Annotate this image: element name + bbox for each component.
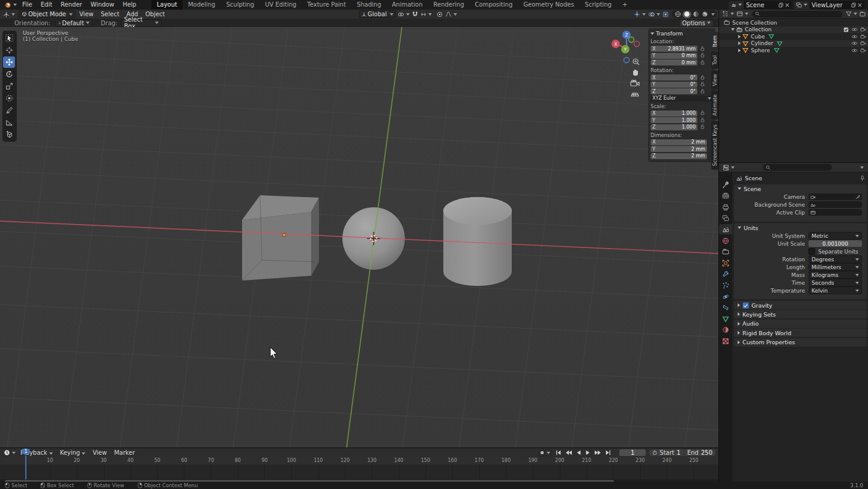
- length-dropdown[interactable]: Millimeters: [809, 263, 862, 271]
- scene-panel-header[interactable]: Scene: [734, 184, 867, 193]
- workspace-tab-scripting[interactable]: Scripting: [580, 0, 617, 10]
- workspace-tab-animation[interactable]: Animation: [387, 0, 428, 10]
- hide-in-viewport-icon[interactable]: [851, 48, 858, 53]
- transform-value-field[interactable]: Y1.000: [651, 117, 697, 123]
- viewport-ortho-toggle-icon[interactable]: [631, 93, 639, 96]
- disclosure-open-icon[interactable]: [731, 28, 735, 31]
- active-clip-field[interactable]: [809, 209, 862, 216]
- show-gizmo-button[interactable]: [633, 11, 647, 18]
- eyedropper-icon[interactable]: [855, 195, 860, 199]
- transform-value-field[interactable]: Z2 mm: [651, 153, 707, 159]
- viewport-menu-select[interactable]: Select: [97, 11, 123, 17]
- data-properties-tab[interactable]: [719, 314, 732, 324]
- scene-properties-tab[interactable]: [719, 224, 732, 234]
- disclosure-closed-icon[interactable]: [738, 49, 741, 52]
- texture-properties-tab[interactable]: [719, 336, 732, 346]
- outliner-search-field[interactable]: [752, 11, 842, 17]
- tool-add-cube-button[interactable]: [3, 129, 15, 140]
- menu-render[interactable]: Render: [56, 0, 86, 10]
- outliner-editor-type-button[interactable]: [721, 10, 735, 17]
- current-frame-field[interactable]: 1: [619, 449, 646, 456]
- unlink-scene-icon[interactable]: [785, 3, 789, 7]
- rigid-body-world-panel[interactable]: Rigid Body World: [734, 329, 867, 337]
- play-reverse-button[interactable]: [576, 450, 581, 455]
- properties-editor-type-button[interactable]: [721, 164, 736, 171]
- disable-in-renders-icon[interactable]: [860, 41, 866, 46]
- sidebar-tab-view[interactable]: View: [711, 70, 718, 90]
- lock-open-icon[interactable]: [700, 46, 705, 51]
- transform-value-field[interactable]: Z1.000: [651, 124, 697, 130]
- viewport-menu-view[interactable]: View: [76, 11, 97, 17]
- unit-system-dropdown[interactable]: Metric: [809, 232, 862, 240]
- disclosure-closed-icon[interactable]: [738, 35, 741, 38]
- blender-logo-icon[interactable]: [2, 1, 18, 8]
- material-properties-tab[interactable]: [719, 325, 732, 335]
- snap-toggle-button[interactable]: [411, 11, 419, 18]
- transform-value-field[interactable]: X2 mm: [651, 139, 707, 145]
- workspace-tab-uv-editing[interactable]: UV Editing: [259, 0, 302, 10]
- shading-wireframe-button[interactable]: [673, 11, 682, 18]
- timeline-menu-marker[interactable]: Marker: [111, 449, 139, 456]
- world-properties-tab[interactable]: [719, 235, 732, 246]
- pin-icon[interactable]: [860, 175, 865, 181]
- workspace-tab-sculpting[interactable]: Sculpting: [220, 0, 259, 10]
- lock-open-icon[interactable]: [700, 124, 705, 129]
- unit-scale-slider[interactable]: 0.001000: [809, 240, 862, 247]
- end-frame-field[interactable]: End 250: [684, 449, 715, 456]
- start-frame-field[interactable]: Start 1: [649, 449, 684, 456]
- sidebar-tab-item[interactable]: Item: [711, 32, 718, 50]
- separate-units-checkbox[interactable]: [809, 248, 815, 255]
- proportional-falloff-button[interactable]: [444, 11, 458, 18]
- tool-rotate-button[interactable]: [3, 68, 15, 80]
- timeline-editor-type-button[interactable]: [2, 449, 17, 457]
- mesh-data-icon[interactable]: [774, 47, 780, 53]
- xray-toggle-button[interactable]: [661, 11, 670, 18]
- shading-material-button[interactable]: [691, 11, 700, 18]
- transform-value-field[interactable]: Y0°: [651, 82, 697, 88]
- gravity-checkbox[interactable]: [742, 302, 749, 309]
- outliner-row-scene-collection[interactable]: Scene Collection: [719, 19, 868, 26]
- mesh-data-icon[interactable]: [777, 41, 783, 46]
- viewlayer-browse-button[interactable]: [794, 1, 809, 9]
- viewport-pan-icon[interactable]: [633, 70, 638, 76]
- workspace-tab-geometry-nodes[interactable]: Geometry Nodes: [518, 0, 579, 10]
- outliner-row-cylinder[interactable]: Cylinder: [719, 40, 868, 47]
- add-workspace-button[interactable]: +: [617, 0, 633, 10]
- playhead-line[interactable]: [25, 455, 26, 479]
- collection-properties-tab[interactable]: [719, 247, 732, 257]
- collection-checkbox[interactable]: [843, 27, 849, 32]
- menu-help[interactable]: Help: [118, 0, 141, 10]
- mesh-data-icon[interactable]: [768, 34, 774, 39]
- background-scene-field[interactable]: [809, 201, 862, 208]
- properties-search-field[interactable]: [763, 164, 832, 171]
- outliner-filter-button[interactable]: [845, 10, 858, 17]
- disable-in-renders-icon[interactable]: [860, 34, 866, 39]
- transform-orientation-dropdown[interactable]: Global: [359, 10, 396, 18]
- rotation-mode-dropdown[interactable]: XYZ Euler: [651, 96, 713, 102]
- properties-filter-chevron[interactable]: [860, 166, 864, 169]
- menu-window[interactable]: Window: [86, 0, 118, 10]
- camera-field[interactable]: [809, 193, 862, 200]
- hide-in-viewport-icon[interactable]: [851, 27, 858, 32]
- navigation-gizmo[interactable]: Z X Y: [612, 31, 640, 63]
- units-panel-header[interactable]: Units: [734, 223, 867, 232]
- outliner-display-mode-button[interactable]: [735, 10, 750, 17]
- custom-properties-panel[interactable]: Custom Properties: [734, 338, 867, 347]
- lock-open-icon[interactable]: [700, 74, 705, 80]
- physics-properties-tab[interactable]: [719, 291, 732, 302]
- remove-viewlayer-icon[interactable]: [858, 3, 862, 7]
- outliner-row-collection[interactable]: Collection: [719, 26, 868, 34]
- viewlayer-name-field[interactable]: ViewLayer: [809, 1, 864, 9]
- transform-value-field[interactable]: Z0 mm: [651, 59, 697, 65]
- tool-select-box-button[interactable]: [3, 32, 15, 44]
- lock-open-icon[interactable]: [700, 117, 705, 123]
- timeline-menu-keying[interactable]: Keying: [56, 449, 90, 456]
- time-dropdown[interactable]: Seconds: [809, 279, 862, 287]
- timeline-ruler[interactable]: 1020304050607080901001101201301401501601…: [0, 457, 718, 464]
- temperature-dropdown[interactable]: Kelvin: [809, 287, 862, 294]
- record-icon[interactable]: [539, 450, 545, 455]
- view-layer-properties-tab[interactable]: [719, 213, 732, 223]
- next-keyframe-button[interactable]: [594, 450, 601, 455]
- jump-to-end-button[interactable]: [605, 450, 611, 455]
- transform-value-field[interactable]: Y0 mm: [651, 53, 697, 59]
